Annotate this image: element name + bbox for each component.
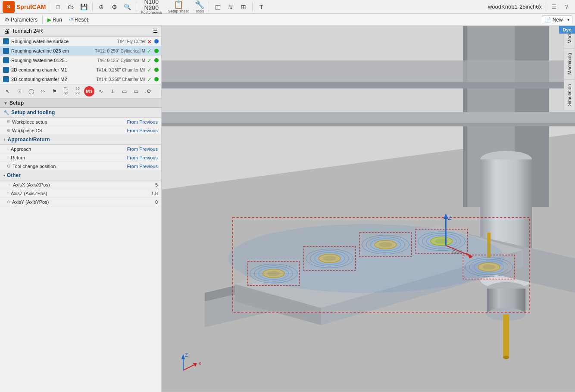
tools-icon: 🔧: [195, 0, 204, 9]
op-check: ✓: [147, 67, 152, 73]
file-title: woodKnob1-25inch6x: [488, 3, 542, 10]
axis-y-icon: ⊙: [7, 199, 10, 204]
box2-button[interactable]: ▭: [131, 86, 141, 96]
op-name: Roughing Waterline 0125...: [11, 58, 96, 63]
op-dot: [154, 77, 159, 81]
help-button[interactable]: ?: [561, 1, 572, 12]
svg-text:G54: G54: [452, 249, 462, 255]
workpiece-setup-value: From Previous: [127, 119, 158, 124]
tool-change-row[interactable]: ⚙ Tool change position From Previous: [0, 162, 161, 171]
sep: [42, 16, 43, 24]
setup-tooling-group[interactable]: 🔧 Setup and tooling: [0, 108, 161, 118]
arrow-down-button[interactable]: ↓⚙: [142, 86, 153, 96]
new-file-button[interactable]: □: [52, 1, 63, 12]
approach-return-group[interactable]: ↕ Approach/Return: [0, 135, 161, 145]
tab-simulation[interactable]: Simulation: [564, 79, 575, 111]
op-tool: T#14: 0.250" Chamfer Mil: [96, 68, 145, 72]
op-type-icon: [3, 57, 9, 63]
view1-button[interactable]: ◫: [212, 1, 223, 12]
run-button[interactable]: ▶ Run: [45, 16, 64, 24]
operation-row[interactable]: 2D contouring chamfer M2 T#14: 0.250" Ch…: [0, 75, 161, 84]
op-icon: [3, 57, 9, 64]
setup-button[interactable]: ⚙: [109, 1, 120, 12]
left-panel: 🖨 Tormach 24R ☰ Roughing waterline surfa…: [0, 26, 162, 392]
flag-button[interactable]: ⚑: [49, 86, 59, 96]
filter-f1s2-button[interactable]: F1S2: [61, 86, 71, 96]
operation-row[interactable]: Roughing waterline 025 em T#12: 0.250" C…: [0, 46, 161, 56]
op-check: ✓: [147, 57, 152, 64]
machine-view-button[interactable]: ⊡: [14, 86, 25, 96]
other-group[interactable]: • Other: [0, 171, 161, 180]
transform-button[interactable]: ⊕: [96, 1, 107, 12]
op-dot: [154, 58, 159, 62]
arrows-tool-button[interactable]: ⇔: [38, 86, 48, 96]
postprocess-icon: N100N200: [144, 0, 158, 11]
sep3: [136, 2, 136, 12]
main: 🖨 Tormach 24R ☰ Roughing waterline surfa…: [0, 26, 575, 392]
setup-title: Setup: [9, 100, 24, 106]
new-button[interactable]: 📄 New - ▾: [542, 16, 572, 24]
tool-change-name: ⚙ Tool change position: [7, 164, 127, 169]
machine-header: 🖨 Tormach 24R ☰: [0, 26, 161, 37]
open-button[interactable]: 🗁: [65, 1, 76, 12]
op-icon: [3, 38, 9, 45]
setup-tooling-label: Setup and tooling: [11, 109, 55, 115]
return-row[interactable]: ↑ Return From Previous: [0, 153, 161, 162]
tool-shape-button[interactable]: ⊥: [107, 86, 118, 96]
approach-value: From Previous: [127, 146, 158, 152]
tab-machining[interactable]: Machining: [564, 48, 575, 79]
save-button[interactable]: 💾: [78, 1, 89, 12]
sep1: [49, 2, 49, 12]
circle-tool-button[interactable]: ◯: [26, 86, 36, 96]
op-name: Roughing waterline 025 em: [11, 48, 93, 53]
svg-text:Z: Z: [185, 352, 188, 358]
machine-name: Tormach 24R: [12, 28, 43, 34]
svg-rect-16: [503, 314, 509, 358]
op-type-icon: [3, 38, 9, 44]
viewport[interactable]: Z G54: [162, 26, 575, 392]
postprocess-button[interactable]: N100N200 Postprocess: [139, 0, 163, 16]
tool-view-button[interactable]: T: [256, 1, 267, 12]
workpiece-setup-row[interactable]: ⊞ Workpiece setup From Previous: [0, 118, 161, 126]
sep2: [92, 2, 93, 12]
m1-button[interactable]: M1: [84, 86, 94, 96]
operation-row[interactable]: 2D contouring chamfer M1 T#14: 0.250" Ch…: [0, 65, 161, 75]
box1-button[interactable]: ▭: [119, 86, 129, 96]
axis-x-icon: →: [7, 182, 11, 187]
axis-x-row[interactable]: → AxisX (AxisXPos) 5: [0, 180, 161, 189]
view2-button[interactable]: ≋: [225, 1, 236, 12]
op-icon: [3, 66, 9, 73]
setup-header[interactable]: ▼ Setup: [0, 99, 161, 108]
axis-z-icon: ↑: [7, 191, 9, 196]
viewport-panel[interactable]: Z G54: [162, 26, 575, 392]
op-type-icon: [3, 76, 9, 82]
operation-row[interactable]: Roughing waterline surface T#4: Fly Cutt…: [0, 37, 161, 46]
workpiece-cs-value: From Previous: [127, 128, 158, 133]
other-icon: •: [3, 173, 5, 178]
filter-22-button[interactable]: 2222: [72, 86, 83, 96]
reset-button[interactable]: ↺ Reset: [67, 16, 90, 24]
axis-z-row[interactable]: ↑ AxisZ (AxisZPos) 1.8: [0, 189, 161, 198]
cursor-tool-button[interactable]: ↖: [3, 86, 13, 96]
axis-x-name: → AxisX (AxisXPos): [7, 182, 155, 187]
svg-text:X: X: [198, 361, 202, 366]
sep4: [209, 2, 209, 12]
view3-button[interactable]: ⊞: [238, 1, 249, 12]
setup-sheet-button[interactable]: 📋 Setup sheet: [167, 0, 190, 14]
axis-y-row[interactable]: ⊙ AxisY (AxisYPos) 0: [0, 198, 161, 206]
magnify-button[interactable]: 🔍: [122, 1, 133, 12]
operation-row[interactable]: Roughing Waterline 0125... T#6: 0.125" C…: [0, 56, 161, 65]
approach-row[interactable]: ↓ Approach From Previous: [0, 145, 161, 153]
parameters-button[interactable]: ⚙ Parameters: [3, 16, 40, 24]
postprocess-label: Postprocess: [141, 11, 162, 15]
tool-change-icon: ⚙: [7, 164, 11, 168]
dyn-button[interactable]: Dyn: [559, 26, 575, 34]
menu-button[interactable]: ☰: [548, 1, 559, 12]
machine-settings-icon[interactable]: ☰: [153, 28, 158, 34]
tools-button[interactable]: 🔧 Tools: [194, 0, 206, 14]
workpiece-cs-row[interactable]: ⊕ Workpiece CS From Previous: [0, 126, 161, 135]
setup-section: ▼ Setup 🔧 Setup and tooling ⊞ Workpiece …: [0, 99, 161, 392]
sep6: [545, 2, 545, 12]
path-button[interactable]: ∿: [96, 86, 106, 96]
approach-return-icon: ↕: [3, 137, 6, 142]
